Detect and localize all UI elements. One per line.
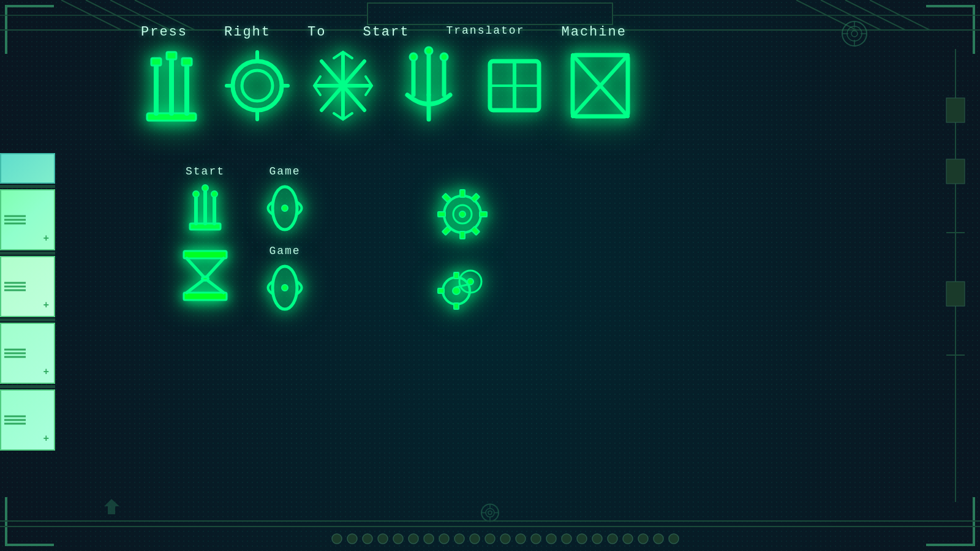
svg-point-115 <box>516 534 526 544</box>
svg-point-125 <box>669 534 679 544</box>
svg-line-66 <box>187 258 205 279</box>
alien-symbol-4 <box>392 43 466 129</box>
svg-point-116 <box>531 534 541 544</box>
game-screen: + + + + <box>0 0 980 551</box>
svg-rect-78 <box>438 212 445 217</box>
svg-rect-89 <box>454 303 459 309</box>
header-text-row: Press Right To Start Translator Machine <box>141 24 919 40</box>
svg-point-35 <box>242 70 273 101</box>
sidebar-panel-4[interactable]: + <box>0 389 55 451</box>
svg-point-96 <box>488 511 492 515</box>
svg-rect-79 <box>480 212 487 217</box>
right-circuit <box>940 49 971 502</box>
svg-rect-25 <box>946 159 965 184</box>
left-sidebar: + + + + <box>0 153 55 452</box>
bottom-bar-svg <box>0 520 980 551</box>
svg-point-120 <box>592 534 602 544</box>
menu-item-gear[interactable] <box>435 184 490 245</box>
svg-point-121 <box>608 534 617 544</box>
svg-point-113 <box>485 534 495 544</box>
svg-rect-26 <box>946 282 965 306</box>
hourglass-icon <box>178 248 233 306</box>
main-content: Press Right To Start Translator Machine <box>61 24 919 514</box>
svg-point-118 <box>562 534 571 544</box>
svg-point-124 <box>654 534 663 544</box>
menu-item-game2[interactable]: Game <box>257 245 312 318</box>
alien-symbols-row <box>135 43 919 129</box>
header-word-start: Start <box>363 24 409 40</box>
header-word-right: Right <box>224 24 271 40</box>
menu-item-gear-complex[interactable] <box>435 257 490 318</box>
svg-point-49 <box>425 47 432 54</box>
svg-point-34 <box>233 61 282 110</box>
svg-rect-64 <box>184 251 227 258</box>
svg-rect-24 <box>946 98 965 122</box>
svg-point-61 <box>193 191 199 197</box>
svg-rect-31 <box>151 58 161 66</box>
svg-point-107 <box>393 534 403 544</box>
svg-point-62 <box>202 185 208 191</box>
svg-line-67 <box>205 258 224 279</box>
svg-point-74 <box>282 285 288 291</box>
svg-line-93 <box>456 285 467 287</box>
svg-rect-88 <box>454 272 459 279</box>
menu-label-game1: Game <box>269 165 300 178</box>
svg-point-106 <box>378 534 388 544</box>
sidebar-panel-3[interactable]: + <box>0 323 55 384</box>
svg-point-70 <box>202 277 208 280</box>
svg-point-92 <box>467 279 473 285</box>
menu-col-2: Game <box>257 165 312 318</box>
alien-symbol-1 <box>135 43 208 129</box>
bottom-bar <box>0 520 980 551</box>
svg-point-104 <box>347 534 357 544</box>
svg-rect-33 <box>182 58 192 66</box>
game-icon-1 <box>257 181 312 239</box>
svg-point-48 <box>410 53 417 61</box>
svg-point-50 <box>440 53 448 61</box>
sidebar-panel-1[interactable]: + <box>0 189 55 250</box>
svg-point-63 <box>211 191 217 197</box>
menu-item-start[interactable]: Start <box>178 165 233 239</box>
svg-point-119 <box>577 534 587 544</box>
svg-rect-65 <box>184 293 227 300</box>
gear-complex-icon <box>435 260 490 318</box>
header-word-translator: Translator <box>446 24 524 40</box>
alien-symbol-3 <box>306 43 380 129</box>
sidebar-plus-3: + <box>43 367 49 378</box>
menu-label-start: Start <box>186 165 225 178</box>
svg-point-109 <box>424 534 434 544</box>
menu-item-game1[interactable]: Game <box>257 165 312 239</box>
svg-rect-80 <box>442 193 451 202</box>
svg-point-103 <box>332 534 342 544</box>
svg-rect-76 <box>460 190 465 197</box>
menu-item-hourglass[interactable] <box>178 245 233 306</box>
svg-point-123 <box>638 534 648 544</box>
svg-point-110 <box>439 534 449 544</box>
svg-point-85 <box>459 211 466 217</box>
alien-symbol-6 <box>564 43 637 129</box>
svg-rect-82 <box>442 227 451 235</box>
svg-rect-77 <box>460 231 465 239</box>
svg-point-95 <box>486 509 494 517</box>
svg-marker-101 <box>104 499 119 514</box>
menu-col-3 <box>435 184 490 318</box>
svg-point-108 <box>409 534 418 544</box>
svg-rect-83 <box>471 227 480 235</box>
alien-symbol-5 <box>478 43 551 129</box>
header-word-machine: Machine <box>561 24 626 40</box>
game-icon-2 <box>257 260 312 318</box>
gear-target-icon <box>435 187 490 245</box>
svg-point-112 <box>470 534 480 544</box>
sidebar-plus-4: + <box>43 433 49 444</box>
sidebar-panel-2[interactable]: + <box>0 256 55 317</box>
svg-point-72 <box>282 205 288 211</box>
svg-point-117 <box>546 534 556 544</box>
svg-rect-90 <box>438 288 444 293</box>
sidebar-panel-teal[interactable]: + <box>0 153 55 184</box>
bottom-arrow-marker <box>104 499 119 517</box>
svg-rect-32 <box>167 52 176 59</box>
svg-point-122 <box>623 534 633 544</box>
alien-symbol-2 <box>221 43 294 129</box>
sidebar-plus-2: + <box>43 300 49 311</box>
menu-label-game2: Game <box>269 245 300 257</box>
